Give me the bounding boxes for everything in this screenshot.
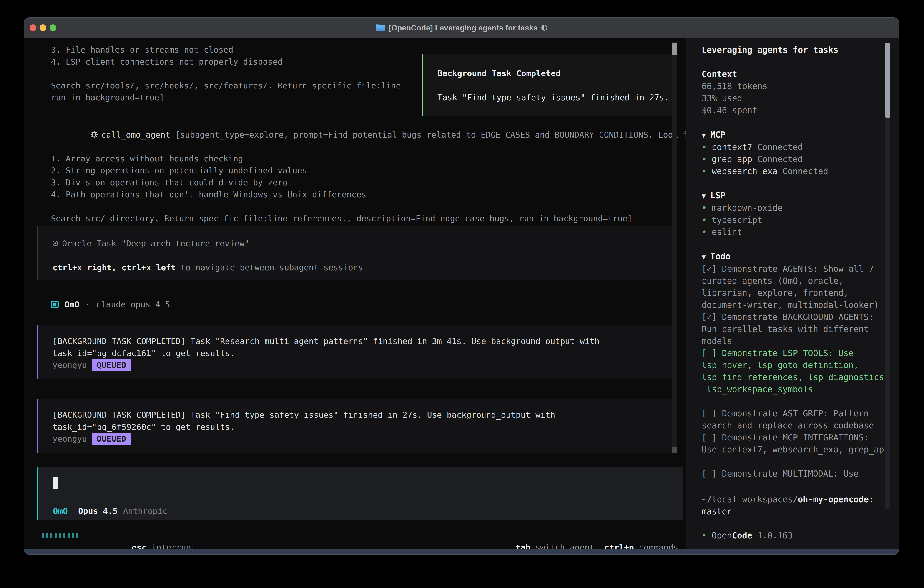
opencode-terminal-window: [OpenCode] Leveraging agents for tasks 3… [24,17,899,555]
session-sidebar: Leveraging agents for tasks Context 66,5… [686,38,899,550]
todo-line: Run parallel tasks with different [702,323,894,335]
gear-icon [90,130,98,138]
close-button[interactable] [30,24,36,31]
context-spent: $0.46 spent [702,104,894,116]
tool-output-line [51,201,686,213]
text-cursor [53,477,58,489]
background-task-message[interactable]: [BACKGROUND TASK COMPLETED] Task "Find t… [37,399,675,453]
lsp-section: ▼LSP •markdown-oxide •typescript •eslint [702,189,894,238]
background-task-message[interactable]: [BACKGROUND TASK COMPLETED] Task "Resear… [37,325,675,379]
oracle-task-panel[interactable]: Oracle Task "Deep architecture review" c… [37,226,675,280]
bullet-icon: • [702,154,707,164]
todo-line: [ ] Demonstrate MULTIMODAL: Use [702,468,894,480]
todo-line: [✓] Demonstrate AGENTS: Show all 7 [702,263,894,275]
sidebar-scrollbar-thumb[interactable] [885,43,890,117]
task-message-line: [BACKGROUND TASK COMPLETED] Task "Resear… [53,335,675,347]
version-number: 1.0.163 [757,531,793,540]
background-task-toast[interactable]: Background Task Completed Task "Find typ… [422,54,675,116]
scrollback-line: 3. File handles or streams not closed [51,44,401,56]
todo-line: [ ] Demonstrate MCP INTEGRATIONS: [702,431,894,444]
todo-line: [✓] Demonstrate BACKGROUND AGENTS: [702,311,894,323]
todo-line: librarian, explore, frontend, [702,287,894,299]
queued-badge: QUEUED [92,359,131,371]
window-title-group: [OpenCode] Leveraging agents for tasks [376,23,547,32]
window-title: [OpenCode] Leveraging agents for tasks [389,23,538,32]
todo-line: search and replace across codebase [702,420,894,431]
triangle-down-icon: ▼ [702,192,706,200]
main-scrollbar-thumb[interactable] [672,43,677,55]
target-icon [53,241,58,246]
todo-heading[interactable]: ▼Todo [702,250,894,263]
prompt-input[interactable]: OmO Opus 4.5 Anthropic [37,467,683,520]
context-section: Context 66,518 tokens 33% used $0.46 spe… [702,68,894,116]
todo-line: Use context7, websearch_exa, grep_app [702,444,894,456]
task-user: yeongyu [53,434,87,443]
queued-badge: QUEUED [92,433,131,445]
bullet-icon: • [702,203,707,213]
bullet-icon: • [702,531,707,540]
mcp-section: ▼MCP •context7 Connected •grep_app Conne… [702,129,894,177]
opencode-version-row: •OpenCode 1.0.163 [702,530,894,542]
zoom-button[interactable] [50,24,56,31]
todo-line: curated agents (OmO, oracle, [702,275,894,287]
mcp-item: •grep_app Connected [702,153,894,165]
tool-output-line: 2. String operations on potentially unde… [51,165,686,177]
lsp-item: •eslint [702,226,894,238]
terminal-main-area: 3. File handles or streams not closed 4.… [24,38,686,550]
oracle-shortcut-keys: ctrl+x right, ctrl+x left [53,263,176,272]
todo-line: [ ] Demonstrate LSP TOOLS: Use [702,347,894,359]
brand-code: Code [732,531,752,540]
mcp-heading[interactable]: ▼MCP [702,129,894,141]
bullet-icon: • [702,142,707,152]
agent-model: claude-opus-4-5 [96,299,170,311]
folder-icon [376,24,385,31]
context-tokens: 66,518 tokens [702,80,894,92]
todo-line [702,456,894,468]
scrollback-line: 4. LSP client connections not properly d… [51,56,401,68]
bullet-icon: • [702,215,707,225]
brand-open: Open [712,531,732,540]
tool-output-line: 1. Array access without bounds checking [51,153,686,165]
context-heading: Context [702,68,894,80]
todo-line [702,395,894,408]
scrollback-text: 3. File handles or streams not closed 4.… [51,44,401,104]
agent-session-row[interactable]: OmO · claude-opus-4-5 [51,299,170,311]
main-scrollbar-track[interactable] [672,42,677,453]
todo-line: lsp_find_references, lsp_diagnostics, [702,371,894,383]
task-user: yeongyu [53,360,87,370]
toast-body: Task "Find type safety issues" finished … [437,91,674,104]
window-titlebar[interactable]: [OpenCode] Leveraging agents for tasks [24,18,899,38]
input-model-name[interactable]: Opus 4.5 [78,505,117,517]
separator-dot: · [85,299,90,311]
path-repo: oh-my-opencode: [798,495,874,504]
input-agent-name[interactable]: OmO [53,505,68,517]
task-message-line: task_id="bg_dcfac161" to get results. [53,347,675,360]
agent-icon [51,301,59,308]
lsp-item: •markdown-oxide [702,202,894,214]
half-circle-icon [541,25,547,31]
activity-dots [42,533,78,538]
tool-output-line: Search src/ directory. Return specific f… [51,213,686,225]
triangle-down-icon: ▼ [702,131,706,139]
task-message-line: [BACKGROUND TASK COMPLETED] Task "Find t… [53,409,675,421]
bullet-icon: • [702,167,707,176]
path-prefix: ~/local-workspaces/ [702,495,798,504]
path-branch: master [702,505,894,517]
scrollback-line: Search src/tools/, src/hooks/, src/featu… [51,80,401,92]
oracle-task-label: Oracle Task "Deep architecture review" [62,239,249,248]
lsp-heading[interactable]: ▼LSP [702,189,894,202]
workspace-path: ~/local-workspaces/oh-my-opencode: maste… [702,494,894,517]
traffic-lights [30,18,56,38]
tool-output-line: 3. Division operations that could divide… [51,177,686,189]
triangle-down-icon: ▼ [702,253,706,261]
lsp-item: •typescript [702,214,894,226]
agent-name: OmO [64,299,79,311]
todo-section: ▼Todo [✓] Demonstrate AGENTS: Show all 7… [702,250,894,480]
todo-line: lsp_workspace_symbols [702,383,894,395]
session-title: Leveraging agents for tasks [702,44,894,56]
tool-args: [subagent_type=explore, prompt=Find pote… [170,130,686,139]
context-used: 33% used [702,92,894,104]
sidebar-scrollbar-track[interactable] [885,43,890,509]
todo-line: document-writer, multimodal-looker) [702,299,894,311]
minimize-button[interactable] [40,24,46,31]
